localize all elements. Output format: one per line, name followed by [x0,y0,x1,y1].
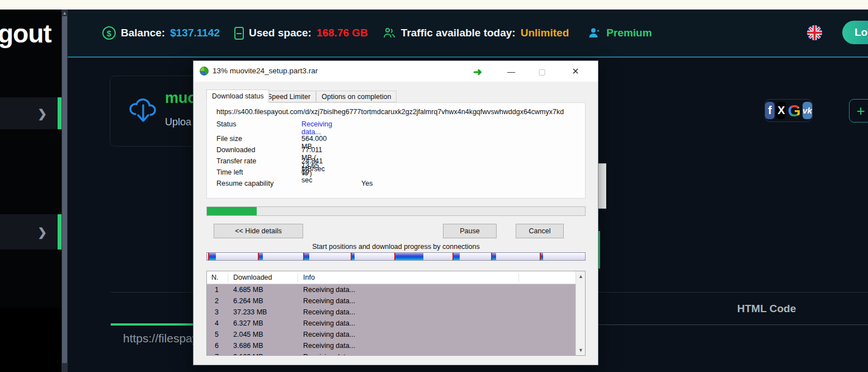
download-progress-bar [206,206,586,216]
premium-stat[interactable]: Premium [588,26,652,40]
premium-label: Premium [606,27,652,39]
status-value: Receiving data... [301,120,332,136]
facebook-icon[interactable]: f [765,102,775,119]
dollar-icon: $ [102,26,116,40]
segment-progress [454,253,459,260]
segment-progress [259,253,263,260]
download-url: https://s400.filespayout.com/d/xzj7bislh… [216,108,580,116]
download-link-text[interactable]: https://filespay [123,332,198,345]
field-label: Transfer rate [216,157,256,165]
balance-stat: $ Balance: $137.1142 [102,26,220,40]
site-logo: gout [0,18,51,49]
column-header[interactable]: Downloaded [233,274,272,281]
column-header[interactable]: Info [303,274,315,281]
field-row: Resume capabilityYes [216,180,273,190]
traffic-label: Traffic available today: [401,27,516,39]
table-cell: 1 [215,286,219,294]
scrollbar-thumb[interactable] [62,16,67,363]
table-row[interactable]: 26.264 MBReceiving data... [207,295,575,307]
browser-top-strip [0,0,868,10]
language-flag-icon[interactable] [807,25,822,40]
minimize-button[interactable]: — [498,61,524,82]
chevron-right-icon: ❯ [37,225,47,239]
idm-app-icon [200,67,209,76]
x-icon[interactable]: X [776,102,786,119]
google-icon[interactable]: G [787,102,800,119]
traffic-value: Unlimited [521,27,569,39]
field-row: Transfer rate24.841 MB/sec [216,157,256,167]
share-icons-group: fXGvk [765,99,813,122]
table-row[interactable]: 46.327 MBReceiving data... [207,318,575,329]
tab-speed-limiter[interactable]: Speed Limiter [262,91,316,102]
used-space-value: 168.76 GB [317,27,368,39]
vk-icon[interactable]: vk [803,102,812,119]
dialog-titlebar[interactable]: 13% muovite24_setup.part3.rar ➜ — ▢ ✕ [194,61,598,82]
people-icon [383,26,396,40]
segment-progress [492,253,496,260]
scroll-up-icon[interactable]: ▲ [62,11,68,16]
maximize-button: ▢ [529,61,555,82]
table-row[interactable]: 70.120 MBReceiving data... [207,351,575,356]
progress-fill [207,207,257,215]
table-cell: 0.120 MB [233,353,263,356]
field-label: File size [216,135,242,143]
table-cell: 4.685 MB [233,286,263,294]
table-row[interactable]: 337.233 MBReceiving data... [207,307,575,318]
tab-html-code[interactable]: HTML Code [737,303,796,315]
tooltip-remnant [598,163,606,209]
sidebar: gout ❯ ❯ [0,10,62,372]
table-cell: 7 [215,353,219,356]
cancel-button[interactable]: Cancel [516,224,564,238]
table-cell: Receiving data... [303,319,355,327]
field-label: Time left [216,168,243,176]
segment-progress [209,253,216,260]
field-label: Downloaded [216,146,256,154]
table-cell: Receiving data... [303,286,355,294]
site-header: $ Balance: $137.1142 Used space: 168.76 … [68,10,868,58]
field-value: Yes [361,180,372,187]
table-scrollbar[interactable]: ▲ ▼ [575,271,585,355]
scroll-up-icon[interactable]: ▲ [576,274,586,279]
active-indicator [58,97,62,129]
table-cell: Receiving data... [303,297,355,305]
file-name: muo [165,90,197,107]
logout-button[interactable]: Log [842,21,868,44]
segment-progress [395,253,423,260]
table-row[interactable]: 52.045 MBReceiving data... [207,329,575,340]
cloud-download-icon [128,93,158,126]
table-row[interactable]: 14.685 MBReceiving data... [207,284,575,295]
scroll-down-icon[interactable]: ▼ [576,347,586,353]
status-label: Status [216,120,236,128]
traffic-stat: Traffic available today: Unlimited [383,26,569,40]
table-cell: Receiving data... [303,331,355,338]
hide-details-button[interactable]: << Hide details [214,224,303,238]
pause-button[interactable]: Pause [443,224,497,238]
field-row: Downloaded77.011 MB ( 13.65 % ) [216,146,256,156]
table-cell: 3 [215,308,219,316]
tab-options-on-completion[interactable]: Options on completion [316,91,397,102]
field-row: Time left19 sec [216,168,243,178]
field-row: File size564.000 MB [216,135,242,145]
premium-user-icon [588,26,601,40]
field-value: 19 sec [301,168,312,184]
segment-progress [352,253,355,260]
table-cell: 37.233 MB [233,308,267,316]
tab-download-status[interactable]: Download status [206,90,269,103]
segment-progress [541,253,543,260]
add-button[interactable]: + [849,99,868,123]
drop-target-arrow-icon: ➜ [473,65,482,78]
active-indicator [58,214,62,249]
download-status-panel: https://s400.filespayout.com/d/xzj7bislh… [206,102,586,199]
column-header[interactable]: N. [211,274,219,281]
table-cell: 3.686 MB [233,342,263,350]
close-button[interactable]: ✕ [563,61,588,82]
table-header: N.DownloadedInfo [207,271,575,284]
page-scrollbar[interactable]: ▲ [62,10,68,372]
chevron-right-icon: ❯ [37,107,47,120]
file-subtitle: Uploa [165,116,191,128]
idm-download-dialog: 13% muovite24_setup.part3.rar ➜ — ▢ ✕ Do… [193,60,598,365]
table-row[interactable]: 63.686 MBReceiving data... [207,340,575,351]
sidebar-item-1[interactable]: ❯ [0,97,62,129]
sidebar-item-2[interactable]: ❯ [0,214,62,249]
storage-icon [234,27,244,40]
